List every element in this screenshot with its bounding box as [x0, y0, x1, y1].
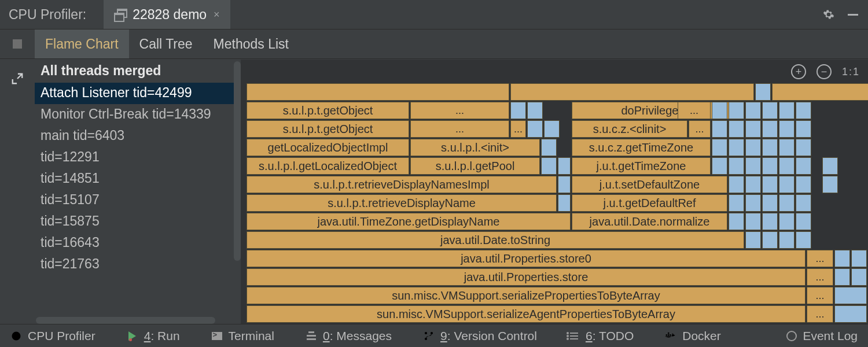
flame-frame-native[interactable] [745, 102, 761, 119]
flame-frame-native[interactable] [762, 231, 778, 249]
flame-frame-native[interactable] [729, 139, 744, 156]
flame-frame-native[interactable] [729, 213, 744, 230]
thread-item[interactable]: main tid=6403 [35, 125, 241, 147]
flame-frame-native[interactable] [541, 157, 557, 175]
flame-frame-native[interactable] [745, 231, 761, 249]
flame-frame-native[interactable] [762, 157, 778, 175]
flame-frame-native[interactable] [762, 213, 778, 230]
flame-frame-native[interactable] [558, 194, 571, 212]
panel-toggle[interactable] [0, 29, 35, 58]
flame-frame-native[interactable] [779, 231, 795, 249]
flame-frame-native[interactable] [834, 305, 867, 323]
flame-frame[interactable]: j.u.t.setDefaultZone [572, 176, 727, 193]
flame-frame[interactable]: ... [807, 250, 833, 267]
flame-frame-native[interactable] [541, 139, 557, 156]
thread-item[interactable]: Attach Listener tid=42499 [35, 83, 241, 104]
flame-frame-native[interactable] [544, 120, 560, 138]
flame-frame[interactable]: s.u.l.p.t.retrieveDisplayNamesImpl [247, 176, 557, 193]
tool-window-event-log[interactable]: Event Log [786, 329, 858, 343]
flame-frame[interactable]: sun.misc.VMSupport.serializePropertiesTo… [247, 287, 806, 304]
flame-frame[interactable]: s.u.l.p.t.getObject [247, 120, 409, 138]
flame-frame-native[interactable] [779, 139, 795, 156]
flame-frame-native[interactable] [745, 120, 761, 138]
flame-frame[interactable] [510, 83, 754, 101]
scrollbar-horizontal[interactable] [36, 317, 215, 324]
flame-frame-native[interactable] [779, 194, 795, 212]
flame-frame-native[interactable] [729, 194, 744, 212]
flame-frame-native[interactable] [796, 120, 811, 138]
flame-frame-native[interactable] [745, 194, 761, 212]
flame-frame[interactable]: ... [807, 305, 833, 323]
flame-frame-native[interactable] [779, 213, 795, 230]
flame-frame[interactable]: java.util.Date.normalize [572, 213, 727, 230]
tool-window-todo[interactable]: 6: TODO [568, 329, 634, 343]
flame-frame-native[interactable] [745, 157, 761, 175]
thread-item[interactable]: tid=21763 [35, 254, 241, 275]
flame-frame[interactable]: ... [410, 120, 509, 138]
flame-frame-native[interactable] [745, 213, 761, 230]
flame-frame-native[interactable] [796, 231, 811, 249]
expand-icon[interactable] [11, 72, 24, 85]
flame-frame[interactable]: ... [807, 287, 833, 304]
tool-window-messages[interactable]: 0: Messages [306, 329, 392, 343]
flame-frame-native[interactable] [834, 268, 850, 286]
flame-frame-native[interactable] [729, 102, 744, 119]
tool-window-run[interactable]: 4: Run [127, 329, 180, 343]
tool-window-version-control[interactable]: 9: Version Control [423, 329, 537, 343]
flame-frame-native[interactable] [558, 157, 571, 175]
tool-window-cpu-profiler[interactable]: CPU Profiler [10, 329, 95, 343]
tool-window-terminal[interactable]: Terminal [211, 329, 274, 343]
flame-frame-native[interactable] [712, 157, 727, 175]
flame-frame-native[interactable] [796, 176, 811, 193]
flame-frame[interactable]: ... [510, 120, 526, 138]
flame-frame-native[interactable] [527, 102, 543, 119]
flame-frame-native[interactable] [712, 139, 727, 156]
flame-frame-native[interactable] [762, 102, 778, 119]
flame-frame-native[interactable] [729, 176, 744, 193]
flame-frame-native[interactable] [510, 102, 526, 119]
flame-frame-native[interactable] [755, 83, 771, 101]
tab-flame-chart[interactable]: Flame Chart [35, 29, 129, 58]
flame-frame[interactable]: getLocalizedObjectImpl [247, 139, 409, 156]
tab-methods-list[interactable]: Methods List [203, 29, 299, 58]
flame-frame[interactable]: ... [807, 268, 833, 286]
flame-frame-native[interactable] [796, 102, 811, 119]
minimize-icon[interactable] [847, 8, 859, 21]
flame-frame[interactable]: s.u.c.z.<clinit> [572, 120, 687, 138]
flame-frame-native[interactable] [779, 157, 795, 175]
flame-frame-native[interactable] [796, 139, 811, 156]
flame-frame[interactable]: ... [689, 120, 711, 138]
flame-frame-native[interactable] [762, 176, 778, 193]
flame-frame[interactable]: java.util.Properties.store0 [247, 250, 806, 267]
flame-frame[interactable] [247, 83, 509, 101]
flame-frame[interactable]: s.u.l.p.l.getLocalizedObject [247, 157, 409, 175]
flame-frame-native[interactable] [834, 250, 850, 267]
tool-window-docker[interactable]: Docker [665, 329, 721, 343]
flame-frame-native[interactable] [762, 194, 778, 212]
flame-frame[interactable]: j.u.t.getDefaultRef [572, 194, 727, 212]
flame-frame[interactable]: s.u.c.z.getTimeZone [572, 139, 711, 156]
flame-frame-native[interactable] [558, 176, 571, 193]
tab-call-tree[interactable]: Call Tree [129, 29, 203, 58]
flame-frame[interactable]: java.util.TimeZone.getDisplayName [247, 213, 571, 230]
flame-frame[interactable]: s.u.l.p.t.getObject [247, 102, 409, 119]
thread-item[interactable]: Monitor Ctrl-Break tid=14339 [35, 104, 241, 125]
flame-frame-native[interactable] [712, 102, 727, 119]
flame-frame[interactable]: j.u.t.getTimeZone [572, 157, 711, 175]
flame-frame-native[interactable] [851, 268, 867, 286]
thread-item[interactable]: tid=14851 [35, 168, 241, 190]
scrollbar-vertical[interactable] [234, 61, 241, 261]
flame-frame[interactable]: s.u.l.p.l.<init> [410, 139, 540, 156]
zoom-out-button[interactable]: − [816, 64, 832, 79]
flame-frame-native[interactable] [527, 120, 543, 138]
flame-frame-native[interactable] [712, 120, 727, 138]
thread-item[interactable]: tid=15107 [35, 190, 241, 211]
thread-item[interactable]: tid=16643 [35, 232, 241, 254]
flame-frame[interactable]: java.util.Date.toString [247, 231, 744, 249]
flame-frame-native[interactable] [779, 120, 795, 138]
flame-frame-native[interactable] [822, 157, 838, 175]
thread-item[interactable]: tid=12291 [35, 147, 241, 168]
flame-frame-native[interactable] [729, 120, 744, 138]
zoom-in-button[interactable]: + [791, 64, 806, 79]
flame-frame[interactable]: java.util.Properties.store [247, 268, 806, 286]
